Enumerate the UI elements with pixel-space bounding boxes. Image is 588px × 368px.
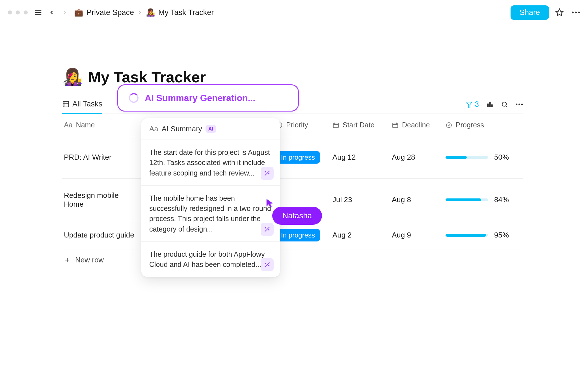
calendar-icon [332,122,339,129]
tab-all-tasks[interactable]: All Tasks [62,95,102,114]
cell-start[interactable]: Aug 12 [331,153,390,162]
window-close-icon[interactable] [8,10,12,14]
svg-rect-12 [489,102,490,107]
page-content: 👩‍🎤 My Task Tracker All Tasks 3 [0,25,588,271]
more-icon[interactable] [572,11,580,14]
svg-point-36 [269,230,269,230]
menu-icon[interactable] [34,8,42,17]
ai-summary-item[interactable]: The mobile home has been successfully re… [141,185,280,241]
topbar: 💼 Private Space 👩‍🎤 My Task Tracker Shar… [0,0,588,25]
window-maximize-icon[interactable] [24,10,28,14]
table-row[interactable]: PRD: AI Writer In progress Aug 12 Aug 28… [62,136,523,179]
text-icon: Aa [64,121,73,129]
calendar-icon [392,122,399,129]
svg-line-15 [506,106,507,107]
svg-rect-7 [63,101,69,107]
svg-point-17 [518,104,520,105]
table-row[interactable]: Update product guide In progress Aug 2 A… [62,221,523,249]
col-start-date[interactable]: Start Date [331,121,390,129]
chevron-right-icon [137,10,142,15]
ai-summary-item[interactable]: The start date for this project is Augus… [141,140,280,185]
cell-progress[interactable]: 84% [444,195,520,204]
svg-rect-13 [491,105,492,107]
svg-point-39 [269,265,269,266]
cell-progress[interactable]: 95% [444,231,520,239]
col-priority[interactable]: Priority [274,121,331,129]
progress-label: 50% [494,153,509,162]
ai-summary-item[interactable]: The product guide for both AppFlowy Clou… [141,241,280,277]
svg-point-5 [575,12,577,13]
progress-label: 95% [494,231,509,239]
cell-start[interactable]: Jul 23 [331,195,390,204]
spinner-icon [129,93,139,103]
svg-rect-20 [333,123,338,128]
cell-start[interactable]: Aug 2 [331,231,390,239]
status-badge: In progress [276,151,320,164]
table-header-row: Aa Name Priority Start Date Deadline Pro… [62,114,523,136]
cell-priority[interactable]: In progress [274,229,331,241]
ai-generation-banner: AI Summary Generation... [117,84,299,112]
ai-panel-header: Aa AI Summary AI [141,118,280,140]
filter-icon [466,101,473,108]
filter-button[interactable]: 3 [466,100,479,109]
svg-point-35 [265,228,266,228]
ai-summary-panel: Aa AI Summary AI The start date for this… [141,118,280,277]
svg-point-14 [502,102,506,106]
cell-progress[interactable]: 50% [444,153,520,162]
svg-point-38 [265,263,266,264]
col-name[interactable]: Aa Name [62,121,141,129]
cursor-icon [266,198,274,208]
svg-point-18 [521,104,523,105]
more-icon[interactable] [516,103,523,105]
magic-wand-icon[interactable] [261,167,274,180]
search-icon[interactable] [501,101,508,108]
cell-name[interactable]: Update product guide [62,231,141,239]
magic-wand-icon[interactable] [261,223,274,236]
page-emoji-icon[interactable]: 👩‍🎤 [62,67,83,87]
breadcrumb-page[interactable]: My Task Tracker [158,8,214,17]
svg-point-32 [265,172,266,172]
breadcrumb-space[interactable]: Private Space [87,8,134,17]
cell-deadline[interactable]: Aug 9 [390,231,444,239]
progress-label: 84% [494,195,509,204]
progress-bar [446,234,488,237]
ai-banner-text: AI Summary Generation... [145,93,255,103]
tasks-table: Aa Name Priority Start Date Deadline Pro… [62,114,523,271]
progress-icon [446,122,452,129]
ai-badge: AI [206,125,216,133]
col-deadline[interactable]: Deadline [390,121,444,129]
filter-count: 3 [475,100,479,109]
nav-forward-icon[interactable] [62,9,68,16]
magic-wand-icon[interactable] [261,258,274,271]
page-title[interactable]: My Task Tracker [88,68,206,86]
collaborator-label: Natasha [272,207,322,225]
cell-deadline[interactable]: Aug 28 [390,153,444,162]
progress-bar [446,156,488,159]
grid-icon [62,100,70,108]
new-row-button[interactable]: New row [62,249,523,271]
share-button[interactable]: Share [511,5,549,20]
svg-point-28 [446,123,451,128]
cell-deadline[interactable]: Aug 8 [390,195,444,204]
svg-rect-24 [393,123,398,128]
nav-back-icon[interactable] [49,9,55,16]
breadcrumb-page-icon: 👩‍🎤 [146,8,155,17]
svg-marker-10 [466,102,472,108]
svg-rect-11 [487,104,488,107]
star-icon[interactable] [555,8,564,17]
progress-bar [446,198,488,201]
plus-icon [64,257,71,264]
cell-name[interactable]: PRD: AI Writer [62,153,141,162]
svg-point-33 [269,174,269,174]
breadcrumb-space-icon: 💼 [74,8,83,17]
window-minimize-icon[interactable] [16,10,20,14]
nav-arrows [49,9,68,16]
cell-name[interactable]: Redesign mobile Home [62,191,141,209]
svg-point-16 [516,104,518,105]
cell-priority[interactable]: In progress [274,151,331,164]
svg-marker-3 [556,9,563,16]
text-icon: Aa [149,125,158,133]
ai-panel-title: AI Summary [162,125,202,133]
col-progress[interactable]: Progress [444,121,520,129]
settings-icon[interactable] [486,101,494,108]
